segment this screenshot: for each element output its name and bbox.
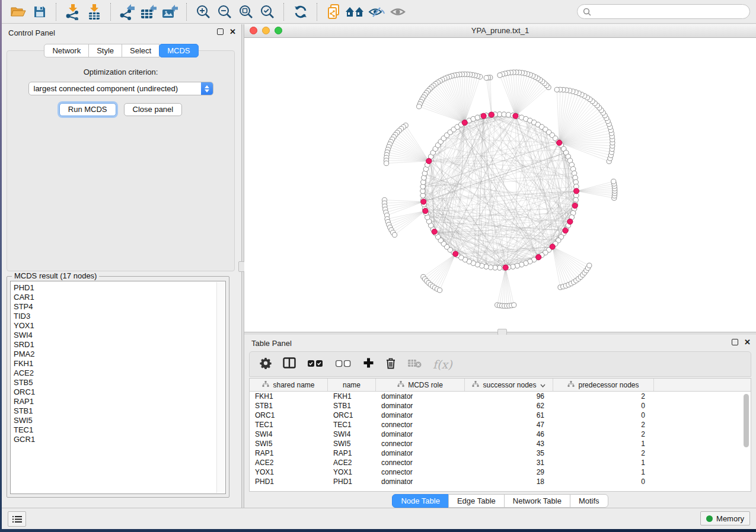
mcds-result-item[interactable]: ACE2	[11, 368, 225, 378]
table-cell[interactable]: FKH1	[250, 392, 328, 400]
mcds-node[interactable]	[481, 113, 486, 118]
import-table-icon[interactable]	[84, 2, 105, 21]
table-cell[interactable]: connector	[376, 459, 465, 467]
network-node[interactable]	[512, 303, 516, 307]
table-row[interactable]: YOX1YOX1connector291	[250, 467, 751, 477]
table-cell[interactable]: 31	[465, 459, 553, 467]
open-icon[interactable]	[8, 2, 29, 21]
export-table-icon[interactable]	[138, 2, 160, 21]
float-table-panel-icon[interactable]	[732, 339, 738, 345]
network-node[interactable]	[484, 75, 489, 80]
network-node[interactable]	[437, 288, 442, 293]
table-cell[interactable]: 96	[465, 392, 553, 400]
mcds-result-item[interactable]: RAP1	[11, 397, 225, 406]
table-cell[interactable]: dominator	[376, 449, 465, 457]
mcds-result-item[interactable]: YOX1	[11, 321, 225, 331]
network-node[interactable]	[417, 104, 422, 109]
table-cell[interactable]: connector	[376, 468, 465, 476]
deselect-all-icon[interactable]	[335, 359, 352, 370]
mcds-result-item[interactable]: SRD1	[11, 340, 225, 350]
column-header-shared-name[interactable]: shared name	[250, 379, 328, 391]
table-cell[interactable]: SWI4	[328, 430, 376, 438]
column-header-successor-nodes[interactable]: successor nodes	[465, 379, 553, 391]
table-cell[interactable]: 1	[553, 459, 654, 467]
panel-menu-button[interactable]	[8, 511, 26, 527]
mcds-result-item[interactable]: FKH1	[11, 359, 225, 368]
zoom-selected-icon[interactable]	[257, 2, 278, 21]
export-image-icon[interactable]	[160, 2, 181, 21]
table-row[interactable]: RAP1RAP1dominator352	[250, 448, 751, 458]
column-header-name[interactable]: name	[328, 379, 376, 391]
table-row[interactable]: ACE2ACE2connector311	[250, 458, 751, 467]
tab-network[interactable]: Network	[44, 44, 89, 57]
table-cell[interactable]: 0	[553, 411, 654, 419]
table-cell[interactable]: dominator	[376, 411, 465, 419]
mcds-node[interactable]	[536, 255, 541, 260]
tab-style[interactable]: Style	[88, 44, 122, 57]
network-graph[interactable]	[244, 38, 756, 332]
mcds-result-item[interactable]: SWI4	[11, 331, 225, 340]
table-cell[interactable]: ACE2	[250, 459, 328, 467]
close-table-panel-icon[interactable]: ✕	[744, 339, 751, 345]
table-scrollbar[interactable]	[743, 392, 749, 490]
mcds-result-item[interactable]: TID3	[11, 312, 225, 321]
mcds-node[interactable]	[423, 208, 428, 213]
table-cell[interactable]: FKH1	[328, 392, 376, 400]
tab-mcds[interactable]: MCDS	[159, 44, 198, 57]
column-header-MCDS-role[interactable]: MCDS role	[376, 379, 465, 391]
tab-edge-table[interactable]: Edge Table	[448, 494, 505, 508]
search-field[interactable]	[577, 4, 750, 19]
mcds-node[interactable]	[557, 140, 562, 145]
mcds-result-item[interactable]: GCR1	[11, 435, 225, 444]
hide-selected-icon[interactable]	[366, 2, 387, 21]
table-cell[interactable]: YOX1	[328, 468, 376, 476]
export-network-icon[interactable]	[117, 2, 138, 21]
zoom-out-icon[interactable]	[214, 2, 235, 21]
mcds-node[interactable]	[567, 219, 573, 225]
table-cell[interactable]: dominator	[376, 477, 465, 486]
table-cell[interactable]: 18	[465, 477, 553, 486]
mcds-result-item[interactable]: STB5	[11, 378, 225, 387]
table-cell[interactable]: 46	[465, 430, 553, 438]
network-node[interactable]	[611, 179, 616, 184]
table-cell[interactable]: 1	[553, 440, 654, 448]
mcds-result-item[interactable]: STP4	[11, 302, 225, 312]
mcds-node[interactable]	[550, 244, 555, 249]
clone-network-icon[interactable]	[323, 2, 344, 21]
close-window-icon[interactable]	[250, 27, 257, 34]
table-cell[interactable]: ACE2	[328, 459, 376, 467]
table-row[interactable]: FKH1FKH1dominator962	[250, 392, 751, 401]
mcds-node[interactable]	[489, 112, 494, 117]
table-cell[interactable]: 29	[465, 468, 553, 476]
maximize-window-icon[interactable]	[275, 27, 282, 34]
tab-motifs[interactable]: Motifs	[570, 494, 608, 508]
table-cell[interactable]: SWI5	[250, 440, 328, 448]
table-cell[interactable]: STB1	[250, 402, 328, 410]
table-cell[interactable]: SWI4	[250, 430, 328, 438]
zoom-in-icon[interactable]	[193, 2, 214, 21]
table-cell[interactable]: 2	[553, 430, 654, 438]
table-cell[interactable]: ORC1	[250, 411, 328, 419]
function-icon[interactable]: f(x)	[433, 358, 452, 371]
tab-node-table[interactable]: Node Table	[392, 494, 449, 508]
mcds-node[interactable]	[572, 203, 578, 209]
table-row[interactable]: TEC1TEC1connector472	[250, 420, 751, 430]
float-panel-icon[interactable]	[217, 28, 224, 35]
search-input[interactable]	[594, 7, 744, 17]
table-cell[interactable]: 2	[553, 392, 654, 400]
table-cell[interactable]: connector	[376, 440, 465, 448]
run-mcds-button[interactable]: Run MCDS	[59, 103, 116, 116]
mcds-result-item[interactable]: PHD1	[11, 283, 225, 293]
mcds-result-item[interactable]: ORC1	[11, 387, 225, 397]
table-cell[interactable]: 47	[465, 421, 553, 429]
table-cell[interactable]: PHD1	[328, 477, 376, 486]
close-panel-button[interactable]: Close panel	[124, 103, 183, 116]
mcds-result-list[interactable]: PHD1CAR1STP4TID3YOX1SWI4SRD1PMA2FKH1ACE2…	[10, 281, 226, 494]
mcds-node[interactable]	[426, 158, 432, 164]
mcds-result-item[interactable]: STB1	[11, 406, 225, 416]
table-cell[interactable]: 0	[553, 477, 654, 486]
table-cell[interactable]: dominator	[376, 430, 465, 438]
mcds-node[interactable]	[563, 228, 568, 233]
import-network-icon[interactable]	[62, 2, 84, 21]
criterion-select[interactable]: largest connected component (undirected)	[28, 82, 213, 95]
